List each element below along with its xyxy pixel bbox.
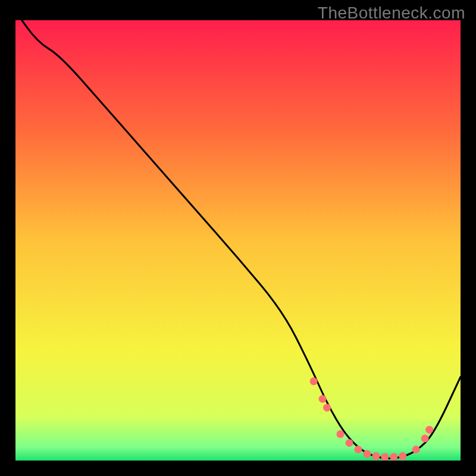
marker-dot [421,435,429,443]
marker-dot [310,377,318,385]
marker-dot [346,439,353,447]
marker-dot [399,452,406,460]
marker-dot [319,395,327,403]
marker-dot [323,404,331,412]
marker-dot [354,446,362,453]
marker-dot [412,446,420,453]
marker-dot [337,430,345,438]
marker-dot [390,453,397,461]
marker-dot [381,453,389,461]
chart-svg [0,0,476,476]
gradient-background [15,20,461,461]
marker-dot [372,452,380,460]
marker-dot [425,426,433,434]
marker-dot [363,450,371,458]
